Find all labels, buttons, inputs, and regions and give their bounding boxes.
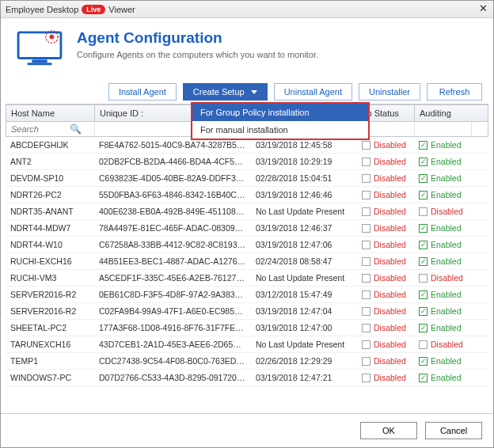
table-row[interactable]: TEMP1CDC27438-9C54-4F08-B0C0-763ED18...0… — [6, 353, 488, 370]
checkbox-icon[interactable] — [419, 374, 428, 382]
uninstaller-button[interactable]: Uninstaller — [359, 83, 420, 101]
checkbox-icon[interactable] — [362, 207, 370, 216]
cell-uid: 44B51EE3-BEC1-4887-ADAC-A1276115... — [94, 253, 251, 269]
cell-host: SHEETAL-PC2 — [6, 320, 94, 336]
checkbox-icon[interactable] — [419, 191, 428, 199]
checkbox-icon[interactable] — [419, 141, 428, 150]
checkbox-icon[interactable] — [362, 224, 370, 233]
page-title: Agent Configuration — [77, 29, 318, 47]
jp-status-label: Disabled — [374, 256, 406, 266]
table-row[interactable]: NDRT26-PC255D0FBA3-6F63-4846-8342-16B40C… — [6, 187, 488, 203]
cell-auditing: Disabled — [414, 336, 471, 352]
checkbox-icon[interactable] — [419, 290, 428, 299]
refresh-button[interactable]: Refresh — [427, 83, 482, 101]
cell-host: WINDOWS7-PC — [6, 370, 94, 385]
page-subtitle: Configure Agents on the computers which … — [77, 50, 318, 59]
jp-status-label: Disabled — [374, 356, 406, 366]
table-row[interactable]: ANT202DB2FCB-B2DA-4466-BD4A-4CF586...03/… — [6, 154, 488, 170]
create-setup-button[interactable]: Create Setup — [183, 83, 268, 101]
auditing-label: Disabled — [431, 340, 463, 349]
checkbox-icon[interactable] — [419, 207, 428, 216]
checkbox-icon[interactable] — [419, 274, 428, 283]
checkbox-icon[interactable] — [362, 307, 370, 316]
footer: OK Cancel — [1, 413, 493, 447]
checkbox-icon[interactable] — [362, 257, 370, 266]
table-row[interactable]: RUCHI-EXCH1644B51EE3-BEC1-4887-ADAC-A127… — [6, 253, 488, 270]
cell-jp-status: Disabled — [357, 270, 414, 286]
cancel-button[interactable]: Cancel — [425, 422, 482, 439]
app-name: Employee Desktop — [6, 5, 78, 14]
create-setup-dropdown: For Group Policy installation For manual… — [191, 102, 370, 140]
search-input[interactable] — [11, 124, 66, 134]
cell-jp-status: Disabled — [357, 353, 414, 369]
cell-timestamp: 02/28/2018 15:04:51 — [251, 170, 357, 186]
jp-status-label: Disabled — [374, 240, 406, 249]
cell-auditing: Enabled — [414, 253, 471, 269]
cell-uid: 43D7CEB1-2A1D-45E3-AEE6-2D65B9... — [94, 336, 251, 352]
checkbox-icon[interactable] — [419, 307, 428, 316]
table-row[interactable]: SERVER2016-R20EB61C8D-F3F5-4D8F-97A2-9A3… — [6, 287, 488, 303]
cell-jp-status: Disabled — [357, 220, 414, 236]
cell-host: ABCDEFGHIJK — [6, 137, 94, 153]
close-icon[interactable]: ✕ — [477, 4, 488, 15]
cell-jp-status: Disabled — [357, 203, 414, 219]
col-host[interactable]: Host Name — [6, 105, 95, 121]
cell-auditing: Enabled — [414, 370, 471, 385]
cell-jp-status: Disabled — [357, 253, 414, 269]
checkbox-icon[interactable] — [362, 290, 370, 299]
table-row[interactable]: NDRT44-MDW778A4497E-81EC-465F-ADAC-08309… — [6, 220, 488, 237]
col-audit[interactable]: Auditing — [415, 105, 472, 121]
ok-button[interactable]: OK — [360, 422, 417, 439]
cell-host: NDRT26-PC2 — [6, 187, 94, 203]
checkbox-icon[interactable] — [419, 357, 428, 366]
checkbox-icon[interactable] — [419, 324, 428, 332]
checkbox-icon[interactable] — [419, 241, 428, 249]
cell-uid: 02DB2FCB-B2DA-4466-BD4A-4CF586... — [94, 154, 251, 169]
cell-host: NDRT44-W10 — [6, 237, 94, 252]
search-icon[interactable]: 🔍 — [70, 123, 82, 135]
grid-body: ABCDEFGHIJKF8E4A762-5015-40C9-BA74-3287B… — [6, 137, 488, 386]
checkbox-icon[interactable] — [362, 340, 370, 349]
checkbox-icon[interactable] — [419, 158, 428, 166]
cell-timestamp: 02/26/2018 12:29:29 — [251, 353, 357, 369]
table-row[interactable]: SERVER2016-R2C02FA9B4-99A9-47F1-A6E0-EC9… — [6, 303, 488, 320]
checkbox-icon[interactable] — [362, 241, 370, 249]
dropdown-item-group-policy[interactable]: For Group Policy installation — [192, 104, 368, 121]
table-row[interactable]: WINDOWS7-PCD07D2766-C533-4A3D-8295-09172… — [6, 370, 488, 386]
install-agent-button[interactable]: Install Agent — [108, 83, 177, 101]
cell-jp-status: Disabled — [357, 370, 414, 385]
cell-jp-status: Disabled — [357, 303, 414, 319]
table-row[interactable]: RUCHI-VM3A5CEDF1F-335C-45E6-A2EB-76127E3… — [6, 270, 488, 287]
checkbox-icon[interactable] — [419, 174, 428, 183]
checkbox-icon[interactable] — [419, 340, 428, 349]
table-row[interactable]: TARUNEXCH1643D7CEB1-2A1D-45E3-AEE6-2D65B… — [6, 336, 488, 353]
cell-timestamp: No Last Update Present — [251, 203, 357, 219]
table-row[interactable]: NDRT35-ANANT400E6238-EB0A-492B-849E-4511… — [6, 203, 488, 220]
cell-uid: 0EB61C8D-F3F5-4D8F-97A2-9A3838C... — [94, 287, 251, 302]
table-row[interactable]: DEVDM-SP10C693823E-4D05-40BE-82A9-DDFF31… — [6, 170, 488, 187]
cell-timestamp: No Last Update Present — [251, 336, 357, 352]
checkbox-icon[interactable] — [419, 224, 428, 233]
table-row[interactable]: NDRT44-W10C67258A8-33BB-4412-9C82-8C8193… — [6, 237, 488, 253]
checkbox-icon[interactable] — [419, 257, 428, 266]
checkbox-icon[interactable] — [362, 191, 370, 199]
uninstall-agent-button[interactable]: Uninstall Agent — [274, 83, 352, 101]
checkbox-icon[interactable] — [362, 174, 370, 183]
cell-jp-status: Disabled — [357, 336, 414, 352]
jp-status-label: Disabled — [374, 207, 406, 216]
table-row[interactable]: SHEETAL-PC2177A3F68-1D08-4916-8F76-31F7F… — [6, 320, 488, 336]
checkbox-icon[interactable] — [362, 324, 370, 332]
checkbox-icon[interactable] — [362, 274, 370, 283]
checkbox-icon[interactable] — [362, 141, 370, 150]
cell-auditing: Disabled — [414, 203, 471, 219]
jp-status-label: Disabled — [374, 173, 406, 183]
checkbox-icon[interactable] — [362, 374, 370, 382]
auditing-label: Enabled — [431, 240, 462, 249]
checkbox-icon[interactable] — [362, 158, 370, 166]
cell-timestamp: 03/19/2018 12:47:00 — [251, 320, 357, 336]
jp-status-label: Disabled — [374, 373, 406, 382]
cell-host: SERVER2016-R2 — [6, 287, 94, 302]
dropdown-item-manual[interactable]: For manual installation — [192, 121, 368, 139]
cell-uid: C693823E-4D05-40BE-82A9-DDFF313... — [94, 170, 251, 186]
checkbox-icon[interactable] — [362, 357, 370, 366]
